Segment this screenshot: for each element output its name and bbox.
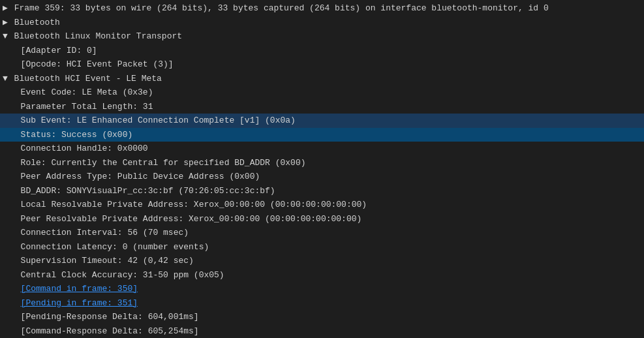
tree-line-text: [Pending in frame: 351] xyxy=(21,297,138,310)
tree-line-text: [Opcode: HCI Event Packet (3)] xyxy=(21,58,174,71)
tree-line-text: Connection Handle: 0x0000 xyxy=(21,142,148,155)
tree-line-text: Parameter Total Length: 31 xyxy=(21,100,153,114)
tree-line-opcode[interactable]: [Opcode: HCI Event Packet (3)] xyxy=(0,57,644,72)
tree-line-frame-summary[interactable]: ▶ Frame 359: 33 bytes on wire (264 bits)… xyxy=(0,1,644,16)
tree-expander xyxy=(9,311,20,324)
tree-expander xyxy=(9,86,20,99)
tree-expander xyxy=(9,58,20,71)
tree-line-bluetooth[interactable]: ▶ Bluetooth xyxy=(0,16,644,30)
tree-line-text: BD_ADDR: SONYVisualPr_cc:3c:bf (70:26:05… xyxy=(21,185,275,198)
tree-line-pending-response-delta[interactable]: [Pending-Response Delta: 604,001ms] xyxy=(0,310,644,324)
tree-line-text: Central Clock Accuracy: 31-50 ppm (0x05) xyxy=(21,269,224,282)
tree-line-pending-in-frame[interactable]: [Pending in frame: 351] xyxy=(0,296,644,311)
tree-expander xyxy=(9,241,20,254)
tree-line-adapter-id[interactable]: [Adapter ID: 0] xyxy=(0,44,644,58)
tree-expander[interactable]: ▶ xyxy=(3,2,13,15)
tree-expander xyxy=(9,213,20,226)
tree-line-bd-addr[interactable]: BD_ADDR: SONYVisualPr_cc:3c:bf (70:26:05… xyxy=(0,184,644,198)
tree-line-param-total-length[interactable]: Parameter Total Length: 31 xyxy=(0,100,644,114)
tree-expander xyxy=(9,254,20,268)
tree-expander[interactable]: ▶ xyxy=(3,16,13,29)
tree-expander xyxy=(9,226,20,239)
tree-line-text: Bluetooth xyxy=(14,16,60,29)
tree-line-local-resolvable[interactable]: Local Resolvable Private Address: Xerox_… xyxy=(0,198,644,212)
tree-line-central-clock[interactable]: Central Clock Accuracy: 31-50 ppm (0x05) xyxy=(0,268,644,283)
tree-expander xyxy=(9,44,20,57)
tree-line-event-code[interactable]: Event Code: LE Meta (0x3e) xyxy=(0,85,644,100)
tree-line-text: Status: Success (0x00) xyxy=(21,129,133,142)
tree-expander xyxy=(9,142,20,155)
tree-expander xyxy=(9,114,20,127)
tree-expander xyxy=(9,170,20,183)
tree-line-connection-interval[interactable]: Connection Interval: 56 (70 msec) xyxy=(0,226,644,240)
tree-expander[interactable]: ▼ xyxy=(3,72,13,85)
tree-line-command-in-frame[interactable]: [Command in frame: 350] xyxy=(0,282,644,296)
tree-line-status[interactable]: Status: Success (0x00) xyxy=(0,128,644,142)
tree-expander xyxy=(9,283,20,296)
tree-expander xyxy=(9,297,20,310)
tree-line-text: Bluetooth Linux Monitor Transport xyxy=(14,30,182,43)
tree-line-text: Bluetooth HCI Event - LE Meta xyxy=(14,72,162,85)
tree-expander xyxy=(9,157,20,170)
tree-line-text: [Pending-Response Delta: 604,001ms] xyxy=(21,311,199,324)
tree-expander xyxy=(9,129,20,142)
tree-line-text: Connection Interval: 56 (70 msec) xyxy=(21,226,189,239)
tree-line-text: Role: Currently the Central for specifie… xyxy=(21,157,306,170)
tree-expander xyxy=(9,269,20,282)
tree-line-connection-handle[interactable]: Connection Handle: 0x0000 xyxy=(0,142,644,156)
tree-line-text: Peer Address Type: Public Device Address… xyxy=(21,170,260,183)
tree-line-supervision-timeout[interactable]: Supervision Timeout: 42 (0,42 sec) xyxy=(0,254,644,268)
tree-line-text: Connection Latency: 0 (number events) xyxy=(21,241,209,254)
tree-line-text: Local Resolvable Private Address: Xerox_… xyxy=(21,198,367,211)
tree-line-text: Peer Resolvable Private Address: Xerox_0… xyxy=(21,213,362,226)
tree-line-role[interactable]: Role: Currently the Central for specifie… xyxy=(0,156,644,170)
tree-expander xyxy=(9,325,20,338)
tree-line-text: [Command in frame: 350] xyxy=(21,283,138,296)
tree-line-bt-linux-monitor[interactable]: ▼ Bluetooth Linux Monitor Transport xyxy=(0,29,644,44)
tree-line-text: [Adapter ID: 0] xyxy=(21,44,97,57)
tree-expander xyxy=(9,185,20,198)
packet-tree: ▶ Frame 359: 33 bytes on wire (264 bits)… xyxy=(0,0,644,338)
tree-line-text: Event Code: LE Meta (0x3e) xyxy=(21,86,153,99)
tree-line-bt-hci-event[interactable]: ▼ Bluetooth HCI Event - LE Meta xyxy=(0,72,644,86)
tree-expander xyxy=(9,100,20,114)
tree-line-text: Supervision Timeout: 42 (0,42 sec) xyxy=(21,254,194,268)
tree-line-text: [Command-Response Delta: 605,254ms] xyxy=(21,325,199,338)
tree-line-peer-address-type[interactable]: Peer Address Type: Public Device Address… xyxy=(0,170,644,184)
tree-line-peer-resolvable[interactable]: Peer Resolvable Private Address: Xerox_0… xyxy=(0,212,644,226)
tree-line-sub-event[interactable]: Sub Event: LE Enhanced Connection Comple… xyxy=(0,114,644,128)
tree-line-command-response-delta[interactable]: [Command-Response Delta: 605,254ms] xyxy=(0,324,644,339)
tree-line-text: Sub Event: LE Enhanced Connection Comple… xyxy=(21,114,296,127)
tree-line-text: Frame 359: 33 bytes on wire (264 bits), … xyxy=(14,2,549,15)
tree-expander[interactable]: ▼ xyxy=(3,30,13,43)
tree-line-connection-latency[interactable]: Connection Latency: 0 (number events) xyxy=(0,240,644,254)
tree-expander xyxy=(9,198,20,211)
